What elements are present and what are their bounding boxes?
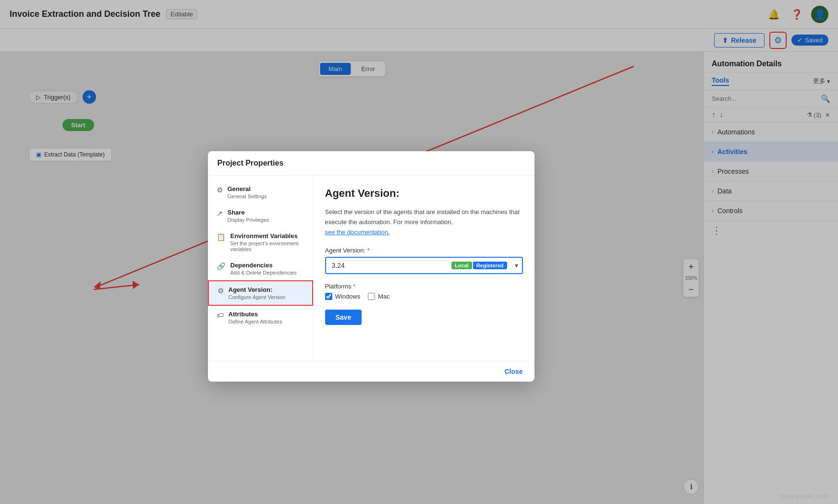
version-label-text: Agent Version: (325, 247, 366, 254)
platforms-required: * (353, 283, 355, 290)
version-field-label: Agent Version: * (325, 247, 523, 254)
nav-dependencies-sub: Add & Delete Dependencies (231, 270, 297, 276)
nav-attributes-sub: Define Agent Attributes (229, 319, 282, 324)
nav-env-sub: Set the project's environment variables (231, 240, 304, 252)
project-properties-dialog: Project Properties ⚙ General General Set… (208, 151, 534, 382)
agent-version-icon: ⚙ (218, 287, 224, 295)
share-icon: ↗ (217, 209, 223, 218)
env-icon: 📋 (217, 233, 226, 241)
windows-checkbox-item: Windows (325, 293, 361, 300)
nav-env-vars[interactable]: 📋 Environment Variables Set the project'… (208, 228, 313, 257)
nav-dependencies-title: Dependencies (231, 262, 297, 269)
content-description: Select the version of the agents that ar… (325, 207, 523, 237)
registered-badge: Registered (473, 262, 507, 269)
local-badge: Local (451, 262, 472, 269)
nav-agent-title: Agent Version: (229, 286, 286, 293)
nav-share[interactable]: ↗ Share Display Privileges (208, 204, 313, 228)
nav-dependencies[interactable]: 🔗 Dependencies Add & Delete Dependencies (208, 257, 313, 280)
dialog-overlay: Project Properties ⚙ General General Set… (0, 0, 838, 504)
platforms-label: Platforms * (325, 283, 523, 290)
agent-version-input[interactable] (326, 258, 448, 273)
nav-attributes-title: Attributes (229, 311, 282, 318)
dialog-sidebar: ⚙ General General Settings ↗ Share Displ… (208, 176, 314, 361)
nav-share-sub: Display Privileges (228, 217, 269, 223)
mac-label: Mac (378, 293, 390, 300)
nav-attributes[interactable]: 🏷 Attributes Define Agent Attributes (208, 306, 313, 329)
close-button[interactable]: Close (504, 368, 522, 375)
general-icon: ⚙ (217, 186, 223, 194)
dialog-body: ⚙ General General Settings ↗ Share Displ… (208, 176, 534, 361)
platforms-section: Platforms * Windows Mac (325, 283, 523, 300)
windows-checkbox[interactable] (325, 293, 332, 300)
required-marker: * (367, 247, 370, 254)
checkbox-row: Windows Mac (325, 293, 523, 300)
version-dropdown-arrow[interactable]: ▾ (511, 262, 522, 269)
dialog-footer: Close (208, 361, 534, 382)
doc-link[interactable]: see the documentation. (325, 228, 390, 236)
dialog-content: Agent Version: Select the version of the… (314, 176, 534, 361)
version-badges: Local Registered (448, 262, 511, 269)
attributes-icon: 🏷 (217, 311, 224, 319)
nav-agent-version[interactable]: ⚙ Agent Version: Configure Agent Version (208, 280, 313, 306)
agent-version-field: Local Registered ▾ (325, 257, 523, 274)
watermark: CSDN @Seele_1018 (778, 493, 828, 499)
nav-env-title: Environment Variables (231, 232, 304, 240)
nav-share-title: Share (228, 209, 269, 216)
nav-general-sub: General Settings (228, 193, 267, 199)
content-title: Agent Version: (325, 187, 523, 200)
nav-general[interactable]: ⚙ General General Settings (208, 180, 313, 204)
mac-checkbox[interactable] (368, 293, 375, 300)
dependencies-icon: 🔗 (217, 262, 226, 271)
save-button[interactable]: Save (325, 310, 362, 325)
dialog-title: Project Properties (208, 151, 534, 176)
content-desc-text: Select the version of the agents that ar… (325, 208, 520, 226)
windows-label: Windows (335, 293, 361, 300)
mac-checkbox-item: Mac (368, 293, 390, 300)
nav-general-title: General (228, 185, 267, 192)
nav-agent-sub: Configure Agent Version (229, 294, 286, 300)
